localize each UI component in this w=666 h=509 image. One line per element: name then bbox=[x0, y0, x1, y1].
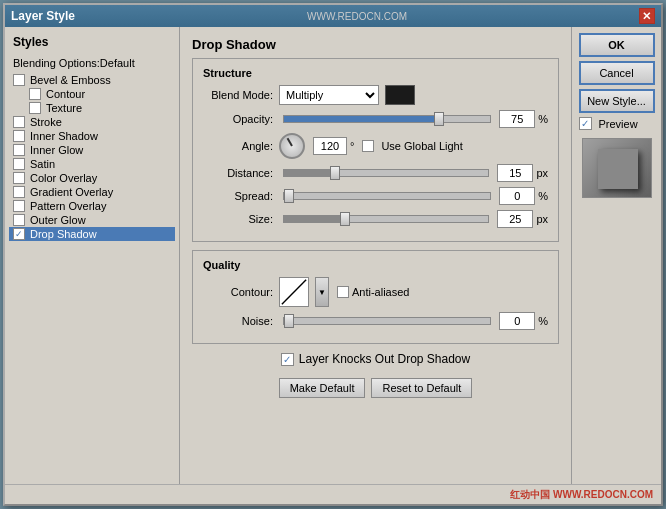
layer-knocks-checkmark: ✓ bbox=[283, 354, 291, 365]
texture-checkbox[interactable] bbox=[29, 102, 41, 114]
sidebar-item-color-overlay[interactable]: Color Overlay bbox=[9, 171, 175, 185]
dialog-title: Layer Style bbox=[11, 9, 75, 23]
new-style-button[interactable]: New Style... bbox=[579, 89, 655, 113]
styles-label: Styles bbox=[9, 33, 175, 51]
opacity-slider-track[interactable] bbox=[283, 115, 491, 123]
preview-box bbox=[582, 138, 652, 198]
spread-slider-track[interactable] bbox=[283, 192, 491, 200]
gradient-overlay-label: Gradient Overlay bbox=[30, 186, 113, 198]
noise-input[interactable]: 0 bbox=[499, 312, 535, 330]
distance-row: Distance: 15 px bbox=[203, 164, 548, 182]
blending-options-label[interactable]: Blending Options:Default bbox=[9, 55, 175, 71]
stroke-checkbox[interactable] bbox=[13, 116, 25, 128]
distance-thumb[interactable] bbox=[330, 166, 340, 180]
ok-button[interactable]: OK bbox=[579, 33, 655, 57]
angle-unit: ° bbox=[350, 140, 354, 152]
contour-dropdown[interactable]: ▼ bbox=[315, 277, 329, 307]
inner-shadow-label: Inner Shadow bbox=[30, 130, 98, 142]
noise-label: Noise: bbox=[203, 315, 273, 327]
sidebar-item-bevel-emboss[interactable]: Bevel & Emboss bbox=[9, 73, 175, 87]
sidebar-item-texture[interactable]: Texture bbox=[9, 101, 175, 115]
stroke-label: Stroke bbox=[30, 116, 62, 128]
distance-slider-track[interactable] bbox=[283, 169, 489, 177]
outer-glow-label: Outer Glow bbox=[30, 214, 86, 226]
opacity-label: Opacity: bbox=[203, 113, 273, 125]
preview-label-row: ✓ Preview bbox=[579, 117, 655, 130]
make-default-button[interactable]: Make Default bbox=[279, 378, 366, 398]
size-label: Size: bbox=[203, 213, 273, 225]
color-overlay-checkbox[interactable] bbox=[13, 172, 25, 184]
anti-aliased-label: Anti-aliased bbox=[352, 286, 409, 298]
left-panel: Styles Blending Options:Default Bevel & … bbox=[5, 27, 180, 484]
shadow-color-swatch[interactable] bbox=[385, 85, 415, 105]
preview-checkmark: ✓ bbox=[581, 118, 589, 129]
structure-section: Structure Blend Mode: Multiply Normal Di… bbox=[192, 58, 559, 242]
angle-dial[interactable] bbox=[279, 133, 305, 159]
sidebar-item-stroke[interactable]: Stroke bbox=[9, 115, 175, 129]
quality-section: Quality Contour: ▼ Anti-aliased bbox=[192, 250, 559, 344]
global-light-label: Use Global Light bbox=[381, 140, 462, 152]
gradient-overlay-checkbox[interactable] bbox=[13, 186, 25, 198]
sidebar-item-drop-shadow[interactable]: Drop Shadow bbox=[9, 227, 175, 241]
opacity-fill bbox=[284, 116, 439, 122]
global-light-checkbox[interactable] bbox=[362, 140, 374, 152]
preview-checkbox[interactable]: ✓ bbox=[579, 117, 592, 130]
contour-preview[interactable] bbox=[279, 277, 309, 307]
title-bar: Layer Style WWW.REDOCN.COM ✕ bbox=[5, 5, 661, 27]
contour-checkbox[interactable] bbox=[29, 88, 41, 100]
size-unit: px bbox=[536, 213, 548, 225]
blend-mode-select[interactable]: Multiply Normal Dissolve Screen Overlay bbox=[279, 85, 379, 105]
spread-thumb[interactable] bbox=[284, 189, 294, 203]
satin-checkbox[interactable] bbox=[13, 158, 25, 170]
opacity-unit: % bbox=[538, 113, 548, 125]
sidebar-item-contour[interactable]: Contour bbox=[9, 87, 175, 101]
sidebar-item-gradient-overlay[interactable]: Gradient Overlay bbox=[9, 185, 175, 199]
spread-label: Spread: bbox=[203, 190, 273, 202]
inner-glow-checkbox[interactable] bbox=[13, 144, 25, 156]
size-slider-track[interactable] bbox=[283, 215, 489, 223]
sidebar-item-pattern-overlay[interactable]: Pattern Overlay bbox=[9, 199, 175, 213]
noise-row: Noise: 0 % bbox=[203, 312, 548, 330]
layer-knocks-checkbox[interactable]: ✓ bbox=[281, 353, 294, 366]
spread-input[interactable]: 0 bbox=[499, 187, 535, 205]
satin-label: Satin bbox=[30, 158, 55, 170]
spread-row: Spread: 0 % bbox=[203, 187, 548, 205]
contour-row: Contour: ▼ Anti-aliased bbox=[203, 277, 548, 307]
distance-input[interactable]: 15 bbox=[497, 164, 533, 182]
reset-to-default-button[interactable]: Reset to Default bbox=[371, 378, 472, 398]
distance-label: Distance: bbox=[203, 167, 273, 179]
outer-glow-checkbox[interactable] bbox=[13, 214, 25, 226]
color-overlay-label: Color Overlay bbox=[30, 172, 97, 184]
opacity-input[interactable]: 75 bbox=[499, 110, 535, 128]
inner-shadow-checkbox[interactable] bbox=[13, 130, 25, 142]
noise-unit: % bbox=[538, 315, 548, 327]
pattern-overlay-checkbox[interactable] bbox=[13, 200, 25, 212]
sidebar-item-satin[interactable]: Satin bbox=[9, 157, 175, 171]
noise-slider-track[interactable] bbox=[283, 317, 491, 325]
inner-glow-label: Inner Glow bbox=[30, 144, 83, 156]
quality-title: Quality bbox=[203, 259, 548, 271]
close-button[interactable]: ✕ bbox=[639, 8, 655, 24]
sidebar-item-outer-glow[interactable]: Outer Glow bbox=[9, 213, 175, 227]
size-input[interactable]: 25 bbox=[497, 210, 533, 228]
middle-panel: Drop Shadow Structure Blend Mode: Multip… bbox=[180, 27, 571, 484]
bevel-emboss-label: Bevel & Emboss bbox=[30, 74, 111, 86]
anti-aliased-checkbox[interactable] bbox=[337, 286, 349, 298]
blend-mode-row: Blend Mode: Multiply Normal Dissolve Scr… bbox=[203, 85, 548, 105]
angle-label: Angle: bbox=[203, 140, 273, 152]
size-thumb[interactable] bbox=[340, 212, 350, 226]
sidebar-item-inner-shadow[interactable]: Inner Shadow bbox=[9, 129, 175, 143]
size-fill bbox=[284, 216, 345, 222]
size-row: Size: 25 px bbox=[203, 210, 548, 228]
bottom-buttons-row: Make Default Reset to Default bbox=[192, 378, 559, 398]
drop-shadow-label: Drop Shadow bbox=[30, 228, 97, 240]
bottom-watermark: 红动中国 WWW.REDOCN.COM bbox=[510, 489, 653, 500]
angle-input[interactable]: 120 bbox=[313, 137, 347, 155]
cancel-button[interactable]: Cancel bbox=[579, 61, 655, 85]
layer-knocks-row: ✓ Layer Knocks Out Drop Shadow bbox=[192, 352, 559, 366]
noise-thumb[interactable] bbox=[284, 314, 294, 328]
drop-shadow-checkbox[interactable] bbox=[13, 228, 25, 240]
opacity-thumb[interactable] bbox=[434, 112, 444, 126]
bevel-emboss-checkbox[interactable] bbox=[13, 74, 25, 86]
sidebar-item-inner-glow[interactable]: Inner Glow bbox=[9, 143, 175, 157]
